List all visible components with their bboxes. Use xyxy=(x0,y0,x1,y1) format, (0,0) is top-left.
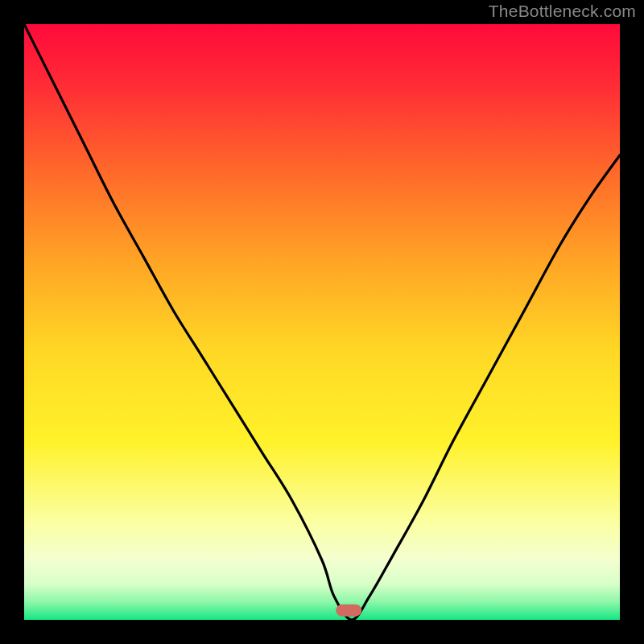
watermark-text: TheBottleneck.com xyxy=(489,2,636,21)
bottleneck-chart xyxy=(0,0,644,644)
optimal-marker xyxy=(336,605,361,617)
chart-container: TheBottleneck.com xyxy=(0,0,644,644)
plot-background xyxy=(24,24,620,620)
